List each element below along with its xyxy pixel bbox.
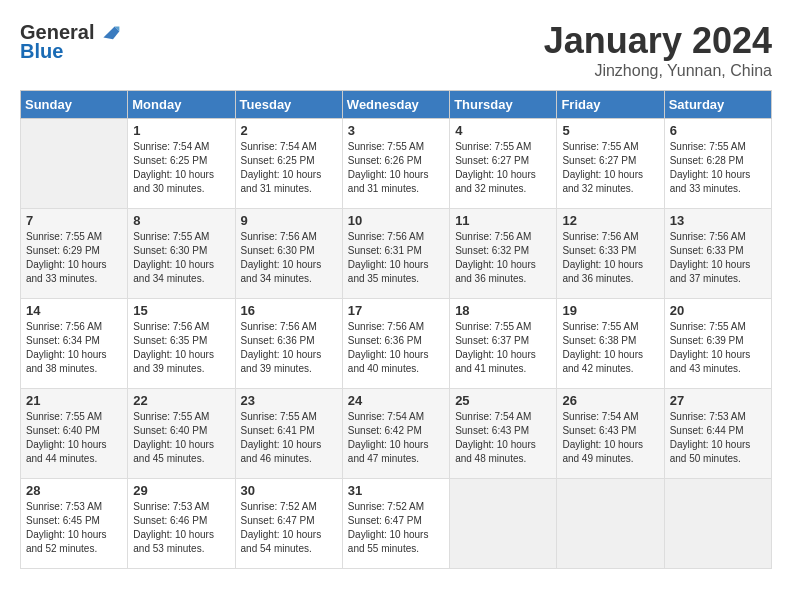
day-number: 30 xyxy=(241,483,337,498)
day-info: Sunrise: 7:56 AM Sunset: 6:34 PM Dayligh… xyxy=(26,320,122,376)
calendar-cell: 20Sunrise: 7:55 AM Sunset: 6:39 PM Dayli… xyxy=(664,299,771,389)
day-info: Sunrise: 7:54 AM Sunset: 6:42 PM Dayligh… xyxy=(348,410,444,466)
day-number: 28 xyxy=(26,483,122,498)
day-info: Sunrise: 7:56 AM Sunset: 6:33 PM Dayligh… xyxy=(670,230,766,286)
title-section: January 2024 Jinzhong, Yunnan, China xyxy=(544,20,772,80)
day-info: Sunrise: 7:54 AM Sunset: 6:43 PM Dayligh… xyxy=(562,410,658,466)
day-info: Sunrise: 7:56 AM Sunset: 6:30 PM Dayligh… xyxy=(241,230,337,286)
day-number: 27 xyxy=(670,393,766,408)
day-info: Sunrise: 7:56 AM Sunset: 6:32 PM Dayligh… xyxy=(455,230,551,286)
calendar-cell: 27Sunrise: 7:53 AM Sunset: 6:44 PM Dayli… xyxy=(664,389,771,479)
column-header-friday: Friday xyxy=(557,91,664,119)
day-number: 13 xyxy=(670,213,766,228)
calendar-cell: 11Sunrise: 7:56 AM Sunset: 6:32 PM Dayli… xyxy=(450,209,557,299)
day-number: 22 xyxy=(133,393,229,408)
column-header-monday: Monday xyxy=(128,91,235,119)
column-header-sunday: Sunday xyxy=(21,91,128,119)
day-number: 5 xyxy=(562,123,658,138)
calendar-cell: 30Sunrise: 7:52 AM Sunset: 6:47 PM Dayli… xyxy=(235,479,342,569)
day-info: Sunrise: 7:54 AM Sunset: 6:43 PM Dayligh… xyxy=(455,410,551,466)
day-info: Sunrise: 7:55 AM Sunset: 6:28 PM Dayligh… xyxy=(670,140,766,196)
day-info: Sunrise: 7:53 AM Sunset: 6:44 PM Dayligh… xyxy=(670,410,766,466)
calendar-cell: 26Sunrise: 7:54 AM Sunset: 6:43 PM Dayli… xyxy=(557,389,664,479)
calendar-table: SundayMondayTuesdayWednesdayThursdayFrid… xyxy=(20,90,772,569)
logo-blue-text: Blue xyxy=(20,40,63,63)
calendar-cell xyxy=(557,479,664,569)
day-info: Sunrise: 7:55 AM Sunset: 6:27 PM Dayligh… xyxy=(562,140,658,196)
calendar-cell xyxy=(664,479,771,569)
week-row-5: 28Sunrise: 7:53 AM Sunset: 6:45 PM Dayli… xyxy=(21,479,772,569)
day-info: Sunrise: 7:56 AM Sunset: 6:36 PM Dayligh… xyxy=(348,320,444,376)
day-number: 8 xyxy=(133,213,229,228)
calendar-cell: 5Sunrise: 7:55 AM Sunset: 6:27 PM Daylig… xyxy=(557,119,664,209)
logo: General Blue xyxy=(20,20,121,63)
week-row-2: 7Sunrise: 7:55 AM Sunset: 6:29 PM Daylig… xyxy=(21,209,772,299)
calendar-cell: 23Sunrise: 7:55 AM Sunset: 6:41 PM Dayli… xyxy=(235,389,342,479)
day-number: 15 xyxy=(133,303,229,318)
column-header-thursday: Thursday xyxy=(450,91,557,119)
calendar-cell xyxy=(450,479,557,569)
calendar-cell: 22Sunrise: 7:55 AM Sunset: 6:40 PM Dayli… xyxy=(128,389,235,479)
day-number: 10 xyxy=(348,213,444,228)
calendar-cell: 12Sunrise: 7:56 AM Sunset: 6:33 PM Dayli… xyxy=(557,209,664,299)
day-info: Sunrise: 7:56 AM Sunset: 6:33 PM Dayligh… xyxy=(562,230,658,286)
day-number: 29 xyxy=(133,483,229,498)
calendar-cell: 14Sunrise: 7:56 AM Sunset: 6:34 PM Dayli… xyxy=(21,299,128,389)
header-row: SundayMondayTuesdayWednesdayThursdayFrid… xyxy=(21,91,772,119)
day-number: 21 xyxy=(26,393,122,408)
calendar-cell: 13Sunrise: 7:56 AM Sunset: 6:33 PM Dayli… xyxy=(664,209,771,299)
calendar-cell: 18Sunrise: 7:55 AM Sunset: 6:37 PM Dayli… xyxy=(450,299,557,389)
column-header-saturday: Saturday xyxy=(664,91,771,119)
month-title: January 2024 xyxy=(544,20,772,62)
page-header: General Blue January 2024 Jinzhong, Yunn… xyxy=(20,20,772,80)
day-info: Sunrise: 7:55 AM Sunset: 6:41 PM Dayligh… xyxy=(241,410,337,466)
location: Jinzhong, Yunnan, China xyxy=(544,62,772,80)
calendar-cell xyxy=(21,119,128,209)
calendar-cell: 6Sunrise: 7:55 AM Sunset: 6:28 PM Daylig… xyxy=(664,119,771,209)
calendar-cell: 24Sunrise: 7:54 AM Sunset: 6:42 PM Dayli… xyxy=(342,389,449,479)
calendar-cell: 7Sunrise: 7:55 AM Sunset: 6:29 PM Daylig… xyxy=(21,209,128,299)
day-number: 1 xyxy=(133,123,229,138)
day-info: Sunrise: 7:56 AM Sunset: 6:36 PM Dayligh… xyxy=(241,320,337,376)
day-info: Sunrise: 7:55 AM Sunset: 6:37 PM Dayligh… xyxy=(455,320,551,376)
day-number: 11 xyxy=(455,213,551,228)
calendar-cell: 4Sunrise: 7:55 AM Sunset: 6:27 PM Daylig… xyxy=(450,119,557,209)
day-number: 4 xyxy=(455,123,551,138)
day-number: 7 xyxy=(26,213,122,228)
day-info: Sunrise: 7:53 AM Sunset: 6:46 PM Dayligh… xyxy=(133,500,229,556)
calendar-cell: 21Sunrise: 7:55 AM Sunset: 6:40 PM Dayli… xyxy=(21,389,128,479)
calendar-cell: 29Sunrise: 7:53 AM Sunset: 6:46 PM Dayli… xyxy=(128,479,235,569)
day-info: Sunrise: 7:55 AM Sunset: 6:26 PM Dayligh… xyxy=(348,140,444,196)
column-header-wednesday: Wednesday xyxy=(342,91,449,119)
calendar-cell: 25Sunrise: 7:54 AM Sunset: 6:43 PM Dayli… xyxy=(450,389,557,479)
day-number: 26 xyxy=(562,393,658,408)
day-info: Sunrise: 7:56 AM Sunset: 6:35 PM Dayligh… xyxy=(133,320,229,376)
day-info: Sunrise: 7:54 AM Sunset: 6:25 PM Dayligh… xyxy=(133,140,229,196)
calendar-cell: 1Sunrise: 7:54 AM Sunset: 6:25 PM Daylig… xyxy=(128,119,235,209)
day-number: 17 xyxy=(348,303,444,318)
day-info: Sunrise: 7:55 AM Sunset: 6:38 PM Dayligh… xyxy=(562,320,658,376)
day-info: Sunrise: 7:55 AM Sunset: 6:27 PM Dayligh… xyxy=(455,140,551,196)
calendar-cell: 3Sunrise: 7:55 AM Sunset: 6:26 PM Daylig… xyxy=(342,119,449,209)
calendar-cell: 2Sunrise: 7:54 AM Sunset: 6:25 PM Daylig… xyxy=(235,119,342,209)
week-row-4: 21Sunrise: 7:55 AM Sunset: 6:40 PM Dayli… xyxy=(21,389,772,479)
day-info: Sunrise: 7:56 AM Sunset: 6:31 PM Dayligh… xyxy=(348,230,444,286)
day-number: 23 xyxy=(241,393,337,408)
day-number: 18 xyxy=(455,303,551,318)
calendar-cell: 10Sunrise: 7:56 AM Sunset: 6:31 PM Dayli… xyxy=(342,209,449,299)
day-number: 6 xyxy=(670,123,766,138)
day-number: 9 xyxy=(241,213,337,228)
calendar-cell: 28Sunrise: 7:53 AM Sunset: 6:45 PM Dayli… xyxy=(21,479,128,569)
day-number: 19 xyxy=(562,303,658,318)
day-number: 25 xyxy=(455,393,551,408)
calendar-cell: 16Sunrise: 7:56 AM Sunset: 6:36 PM Dayli… xyxy=(235,299,342,389)
day-info: Sunrise: 7:55 AM Sunset: 6:39 PM Dayligh… xyxy=(670,320,766,376)
week-row-3: 14Sunrise: 7:56 AM Sunset: 6:34 PM Dayli… xyxy=(21,299,772,389)
day-number: 3 xyxy=(348,123,444,138)
day-info: Sunrise: 7:55 AM Sunset: 6:30 PM Dayligh… xyxy=(133,230,229,286)
day-info: Sunrise: 7:52 AM Sunset: 6:47 PM Dayligh… xyxy=(348,500,444,556)
calendar-cell: 31Sunrise: 7:52 AM Sunset: 6:47 PM Dayli… xyxy=(342,479,449,569)
day-info: Sunrise: 7:55 AM Sunset: 6:29 PM Dayligh… xyxy=(26,230,122,286)
day-info: Sunrise: 7:55 AM Sunset: 6:40 PM Dayligh… xyxy=(26,410,122,466)
logo-icon xyxy=(97,20,121,44)
